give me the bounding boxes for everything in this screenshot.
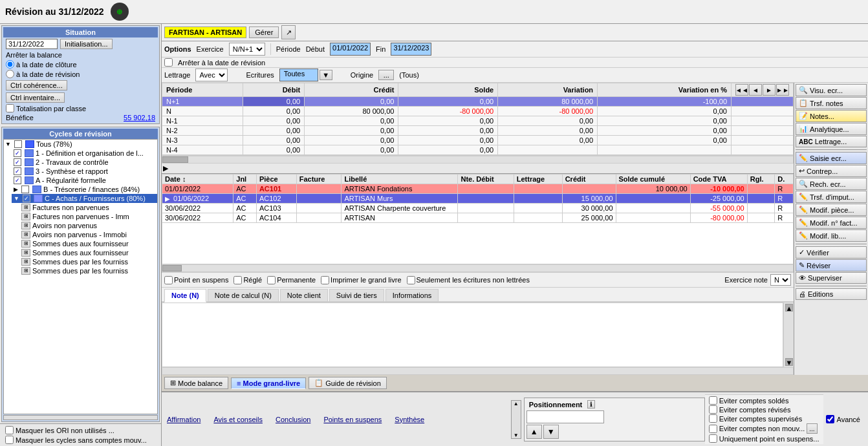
pos-up-btn[interactable]: ▲ bbox=[526, 425, 542, 439]
benefice-value[interactable]: 55 902,18 bbox=[124, 114, 155, 122]
nav-prev[interactable]: ◄ bbox=[749, 84, 762, 96]
period-row-n[interactable]: N 0,00 80 000,00 -80 000,00 -80 000,00 0… bbox=[162, 107, 794, 116]
footer-points[interactable]: Points en suspens bbox=[323, 416, 382, 423]
cycle-item-tous[interactable]: ▼ Tous (78%) bbox=[4, 140, 157, 149]
btn-editions[interactable]: 🖨 Editions bbox=[796, 288, 867, 300]
btn-saisie-ecr[interactable]: ✏️ Saisie ecr... bbox=[796, 152, 867, 164]
btn-modif-fact[interactable]: ✏️ Modif. n° fact... bbox=[796, 217, 867, 229]
btn-notes[interactable]: 📝 Notes... bbox=[796, 110, 867, 122]
btn-trsf-notes[interactable]: 📋 Trsf. notes bbox=[796, 97, 867, 109]
btn-verifier[interactable]: ✓ Vérifier bbox=[796, 246, 867, 259]
nav-prev-prev[interactable]: ◄◄ bbox=[735, 84, 748, 96]
footer-affirmation[interactable]: Affirmation bbox=[167, 416, 201, 423]
debut-date[interactable]: 01/01/2022 bbox=[330, 43, 371, 56]
th-date[interactable]: Date ↕ bbox=[162, 175, 233, 184]
footer-vscroll-down[interactable]: ▼ bbox=[514, 432, 519, 438]
initialisation-button[interactable]: Initialisation... bbox=[60, 39, 113, 49]
cycle-check-b[interactable] bbox=[21, 186, 29, 193]
main-hscroll[interactable] bbox=[162, 264, 794, 272]
cycle-item-sub3[interactable]: ⊞ Avoirs non parvenus bbox=[19, 221, 157, 230]
cycle-item-sub1[interactable]: ⊞ Factures non parvenues bbox=[19, 203, 157, 212]
ctrl-inventaire-button[interactable]: Ctrl inventaire... bbox=[6, 92, 65, 103]
cycle-item-sub7[interactable]: ⊞ Sommes dues par les fourniss bbox=[19, 257, 157, 266]
table-row-1[interactable]: 01/01/2022 AC AC101 ARTISAN Fondations bbox=[162, 184, 794, 194]
btn-trsf-imput[interactable]: ✏️ Trsf. d'imput... bbox=[796, 191, 867, 203]
uniquement-suspens-checkbox[interactable] bbox=[709, 434, 717, 443]
pos-down-btn[interactable]: ▼ bbox=[543, 425, 559, 439]
cycles-scrollbar[interactable] bbox=[3, 415, 158, 420]
btn-superviser[interactable]: 👁 Superviser bbox=[796, 272, 867, 284]
cycle-item-3[interactable]: ✓ 3 - Synthèse et rapport bbox=[12, 167, 157, 176]
note-vscroll[interactable]: ▲ ▼ bbox=[783, 303, 794, 367]
positioning-input[interactable] bbox=[526, 410, 604, 423]
exercice-note-select[interactable]: N bbox=[770, 274, 791, 286]
cycle-item-sub6[interactable]: ⊞ Sommes dues aux fournisseur bbox=[19, 248, 157, 257]
table-row-4[interactable]: 30/06/2022 AC AC104 ARTISAN 25 000,00 bbox=[162, 213, 794, 223]
period-hscroll[interactable] bbox=[162, 156, 794, 164]
ecritures-dropdown[interactable]: ▼ bbox=[320, 70, 332, 80]
tab-mode-balance[interactable]: ⊞ Mode balance bbox=[164, 377, 228, 389]
footer-conclusion[interactable]: Conclusion bbox=[276, 416, 310, 423]
tab-note-n[interactable]: Note (N) bbox=[164, 289, 206, 303]
table-row-3[interactable]: 30/06/2022 AC AC103 ARTISAN Charpente co… bbox=[162, 204, 794, 213]
cycle-check-a[interactable]: ✓ bbox=[14, 176, 21, 184]
cycle-item-2[interactable]: ✓ 2 - Travaux de contrôle bbox=[12, 158, 157, 167]
tab-informations[interactable]: Informations bbox=[385, 289, 439, 301]
cycle-item-sub2[interactable]: ⊞ Factures non parvenues - Imm bbox=[19, 212, 157, 221]
eviter-soldes-checkbox[interactable] bbox=[709, 396, 717, 405]
imprimer-checkbox[interactable] bbox=[321, 276, 329, 284]
btn-modif-lib[interactable]: ✏️ Modif. lib.... bbox=[796, 229, 867, 242]
origine-button[interactable]: ... bbox=[378, 70, 394, 80]
btn-modif-piece[interactable]: ✏️ Modif. pièce... bbox=[796, 204, 867, 216]
btn-rech-ecr[interactable]: 🔍 Rech. ecr... bbox=[796, 178, 867, 190]
masquer-ori-checkbox[interactable] bbox=[5, 426, 14, 434]
cycle-item-b[interactable]: ▶ B - Trésorerie / finances (84%) bbox=[12, 185, 157, 194]
ctrl-coherence-button[interactable]: Ctrl cohérence... bbox=[6, 80, 67, 90]
suspens-checkbox[interactable] bbox=[164, 276, 173, 284]
positioning-help[interactable]: ℹ bbox=[587, 400, 595, 409]
cycle-item-a[interactable]: ✓ A - Régularité formelle bbox=[12, 176, 157, 185]
gerer-button[interactable]: Gérer bbox=[249, 27, 279, 38]
cycle-item-sub8[interactable]: ⊞ Sommes dues par les fourniss bbox=[19, 266, 157, 275]
lettrage-select[interactable]: Avec bbox=[195, 69, 228, 81]
btn-reviser[interactable]: ✎ Réviser bbox=[796, 259, 867, 271]
btn-analytique[interactable]: 📊 Analytique... bbox=[796, 123, 867, 135]
masquer-cycles-checkbox[interactable] bbox=[5, 436, 14, 444]
arreter-revision-checkbox[interactable] bbox=[164, 58, 173, 67]
cycle-item-sub5[interactable]: ⊞ Sommes dues aux fournisseur bbox=[19, 239, 157, 248]
tab-note-client[interactable]: Note client bbox=[280, 289, 328, 301]
period-row-n1[interactable]: N+1 0,00 0,00 0,00 80 000,00 -100,00 bbox=[162, 97, 794, 107]
cycle-check-3[interactable]: ✓ bbox=[14, 167, 21, 175]
period-row-n-1[interactable]: N-1 0,00 0,00 0,00 0,00 0,00 bbox=[162, 116, 794, 126]
seulement-checkbox[interactable] bbox=[407, 276, 415, 284]
btn-lettrage[interactable]: ABC Lettrage... bbox=[796, 136, 867, 147]
cycle-check-2[interactable]: ✓ bbox=[14, 158, 21, 166]
cycle-check-tous[interactable] bbox=[14, 140, 22, 148]
nav-next[interactable]: ► bbox=[763, 84, 776, 96]
btn-visu-ecr[interactable]: 🔍 Visu. ecr... bbox=[796, 84, 867, 96]
note-vscroll-down[interactable]: ▼ bbox=[785, 358, 793, 366]
cycle-check-1[interactable]: ✓ bbox=[14, 149, 21, 157]
note-area[interactable] bbox=[162, 303, 783, 367]
period-row-n-2[interactable]: N-2 0,00 0,00 0,00 0,00 0,00 bbox=[162, 126, 794, 136]
footer-vscroll-up[interactable]: ▲ bbox=[514, 401, 519, 407]
tab-mode-grand-livre[interactable]: ≡ Mode grand-livre bbox=[231, 377, 306, 389]
eviter-mouv-dots[interactable]: ... bbox=[807, 423, 817, 434]
note-hscroll[interactable] bbox=[162, 367, 794, 375]
tab-suivi-tiers[interactable]: Suivi de tiers bbox=[329, 289, 384, 301]
footer-vscroll[interactable]: ▲ ▼ bbox=[511, 400, 521, 439]
period-row-n-4[interactable]: N-4 0,00 0,00 0,00 bbox=[162, 145, 794, 155]
cycle-check-c[interactable]: ✓ bbox=[23, 195, 30, 202]
date-input[interactable] bbox=[6, 39, 58, 49]
eviter-supervises-checkbox[interactable] bbox=[709, 414, 717, 423]
cycle-item-sub4[interactable]: ⊞ Avoirs non parvenus - Immobi bbox=[19, 230, 157, 239]
totalisation-checkbox[interactable] bbox=[6, 104, 14, 112]
tab-guide-revision[interactable]: 📋 Guide de révision bbox=[309, 377, 387, 389]
eviter-revises-checkbox[interactable] bbox=[709, 405, 717, 414]
radio-revision[interactable] bbox=[6, 70, 14, 78]
exercice-select[interactable]: N/N+1 bbox=[229, 43, 265, 56]
cycle-item-1[interactable]: ✓ 1 - Définition et organisation de l... bbox=[12, 149, 157, 158]
fin-date[interactable]: 31/12/2023 bbox=[391, 43, 431, 56]
eviter-mouv-checkbox[interactable] bbox=[709, 425, 717, 433]
regle-checkbox[interactable] bbox=[233, 276, 242, 284]
